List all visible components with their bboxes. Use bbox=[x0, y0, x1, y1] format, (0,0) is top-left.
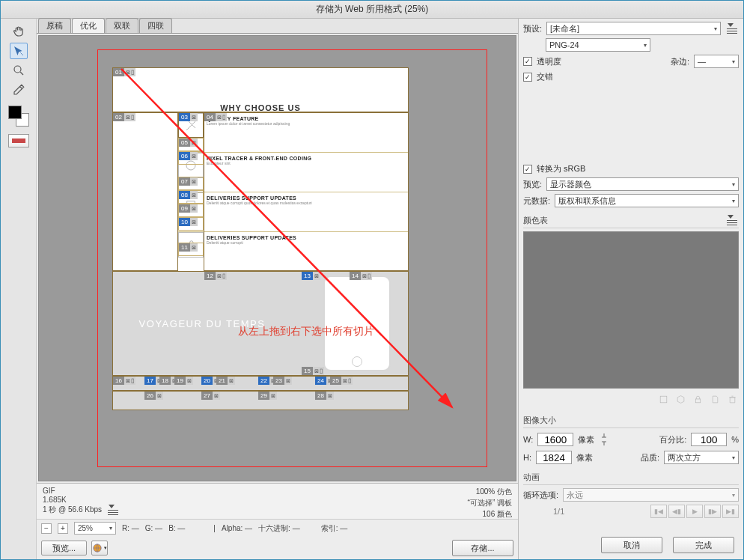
tab-optimized[interactable]: 优化 bbox=[72, 18, 105, 33]
titlebar: 存储为 Web 所用格式 (25%) bbox=[1, 1, 743, 19]
preview-row: 预览... ▾ 存储... bbox=[37, 537, 518, 559]
done-button[interactable]: 完成 bbox=[673, 537, 734, 553]
left-pane: 原稿 优化 双联 四联 WHY CHOOSE US QUALITY FEATUR… bbox=[37, 19, 519, 559]
transparency-checkbox[interactable]: ✓ bbox=[523, 57, 532, 66]
hand-tool[interactable] bbox=[10, 23, 28, 40]
pager-text: 1/1 bbox=[553, 507, 564, 516]
save-button[interactable]: 存储... bbox=[452, 540, 513, 556]
width-input[interactable] bbox=[537, 433, 573, 446]
color-swatches[interactable] bbox=[8, 106, 29, 127]
preset-select[interactable]: [未命名]▾ bbox=[546, 22, 721, 35]
zoom-out-button[interactable]: − bbox=[41, 523, 52, 534]
transparency-label: 透明度 bbox=[537, 56, 561, 67]
interlace-label: 交错 bbox=[537, 71, 553, 82]
pager-prev-button[interactable]: ◀▮ bbox=[668, 505, 685, 518]
zoom-select[interactable]: 25%▾ bbox=[74, 522, 116, 535]
status-format: GIF bbox=[43, 487, 120, 495]
zoom-row: − + 25%▾ R: — G: — B: — | Alpha: — 十六进制:… bbox=[37, 519, 518, 537]
annotation-text: 从左上拖到右下选中所有切片 bbox=[238, 325, 374, 338]
status-dither: 100% 仿色 bbox=[468, 487, 512, 497]
loop-select[interactable]: 永远▾ bbox=[563, 488, 739, 502]
pager-next-button[interactable]: ▮▶ bbox=[704, 505, 721, 518]
readout-alpha: Alpha: — bbox=[222, 524, 252, 532]
status-size: 1.685K bbox=[43, 496, 120, 504]
srgb-checkbox[interactable]: ✓ bbox=[523, 165, 532, 174]
height-label: H: bbox=[523, 453, 531, 462]
px-label: 像素 bbox=[578, 434, 594, 445]
tool-column bbox=[1, 19, 37, 559]
matte-label: 杂边: bbox=[671, 56, 689, 67]
readout-index: 索引: — bbox=[321, 523, 348, 534]
ct-eyedrop-icon[interactable] bbox=[659, 395, 668, 404]
svg-point-0 bbox=[14, 66, 21, 73]
eyedropper-tool[interactable] bbox=[10, 82, 28, 98]
pager-play-button[interactable]: ▶ bbox=[686, 505, 703, 518]
status-time: 1 秒 @ 56.6 Kbps bbox=[43, 505, 102, 515]
status-bar: GIF 1.685K 1 秒 @ 56.6 Kbps 100% 仿色 “可选择”… bbox=[37, 483, 518, 519]
window-title: 存储为 Web 所用格式 (25%) bbox=[316, 3, 428, 16]
pager-last-button[interactable]: ▶▮ bbox=[722, 505, 739, 518]
percent-input[interactable] bbox=[691, 433, 727, 446]
tab-2up[interactable]: 双联 bbox=[106, 18, 138, 33]
color-table-buttons bbox=[523, 392, 739, 407]
height-input[interactable] bbox=[536, 451, 572, 464]
browser-preview-button[interactable]: ▾ bbox=[91, 541, 108, 556]
loop-label: 循环选项: bbox=[523, 490, 558, 501]
zoom-tool[interactable] bbox=[10, 62, 28, 79]
format-select[interactable]: PNG-24▾ bbox=[546, 38, 650, 52]
px-label-2: 像素 bbox=[576, 452, 593, 463]
right-panel: 预设: [未命名]▾ PNG-24▾ ✓ 透明度 杂边: —▾ ✓ 交错 ✓ 转… bbox=[519, 19, 743, 559]
status-colors: 106 颜色 bbox=[468, 509, 512, 520]
color-table bbox=[523, 231, 739, 389]
color-table-menu-icon[interactable] bbox=[725, 215, 739, 225]
zoom-in-button[interactable]: + bbox=[58, 523, 68, 534]
window: 存储为 Web 所用格式 (25%) 原稿 优化 双联 四联 WHY CHOOS… bbox=[0, 0, 744, 560]
view-tabs: 原稿 优化 双联 四联 bbox=[37, 19, 518, 34]
preset-menu-icon[interactable] bbox=[725, 23, 739, 34]
tab-4up[interactable]: 四联 bbox=[139, 18, 172, 33]
preview-select[interactable]: 显示器颜色▾ bbox=[546, 177, 739, 191]
link-dims-icon[interactable] bbox=[599, 431, 609, 448]
ct-new-icon[interactable] bbox=[710, 395, 720, 404]
width-label: W: bbox=[523, 435, 533, 444]
ct-trash-icon[interactable] bbox=[728, 395, 737, 404]
srgb-label: 转换为 sRGB bbox=[537, 163, 585, 174]
image-size-heading: 图像大小 bbox=[523, 416, 556, 424]
readout-r: R: — bbox=[122, 524, 139, 532]
preview-label: 预览: bbox=[523, 179, 542, 190]
ct-lock-icon[interactable] bbox=[693, 395, 703, 404]
svg-rect-5 bbox=[660, 396, 667, 403]
percent-sym: % bbox=[731, 435, 739, 444]
interlace-checkbox[interactable]: ✓ bbox=[523, 73, 532, 82]
readout-b: B: — bbox=[168, 524, 185, 532]
slice-visibility-toggle[interactable] bbox=[8, 134, 29, 147]
readout-hex: 十六进制: — bbox=[258, 523, 300, 534]
canvas: WHY CHOOSE US QUALITY FEATURELorem ipsum… bbox=[112, 67, 409, 410]
preview-button[interactable]: 预览... bbox=[41, 541, 87, 556]
quality-label: 品质: bbox=[641, 452, 659, 463]
cancel-button[interactable]: 取消 bbox=[601, 537, 662, 553]
readout-g: G: — bbox=[145, 524, 162, 532]
content: 原稿 优化 双联 四联 WHY CHOOSE US QUALITY FEATUR… bbox=[1, 19, 743, 559]
status-palette: “可选择” 调板 bbox=[468, 498, 512, 508]
metadata-select[interactable]: 版权和联系信息▾ bbox=[555, 194, 739, 207]
pager-first-button[interactable]: ▮◀ bbox=[650, 505, 667, 518]
tab-original[interactable]: 原稿 bbox=[38, 18, 71, 33]
metadata-label: 元数据: bbox=[523, 195, 550, 207]
connection-speed-menu[interactable] bbox=[106, 505, 120, 515]
anim-heading: 动画 bbox=[523, 472, 540, 481]
matte-select[interactable]: —▾ bbox=[694, 55, 739, 68]
preset-label: 预设: bbox=[523, 23, 542, 34]
color-table-heading: 颜色表 bbox=[523, 215, 548, 226]
ct-cube-icon[interactable] bbox=[676, 395, 686, 404]
quality-select[interactable]: 两次立方▾ bbox=[664, 451, 739, 464]
percent-label: 百分比: bbox=[659, 434, 686, 445]
preview-area[interactable]: WHY CHOOSE US QUALITY FEATURELorem ipsum… bbox=[38, 35, 516, 481]
svg-rect-6 bbox=[695, 399, 701, 403]
slice-select-tool[interactable] bbox=[10, 43, 28, 59]
